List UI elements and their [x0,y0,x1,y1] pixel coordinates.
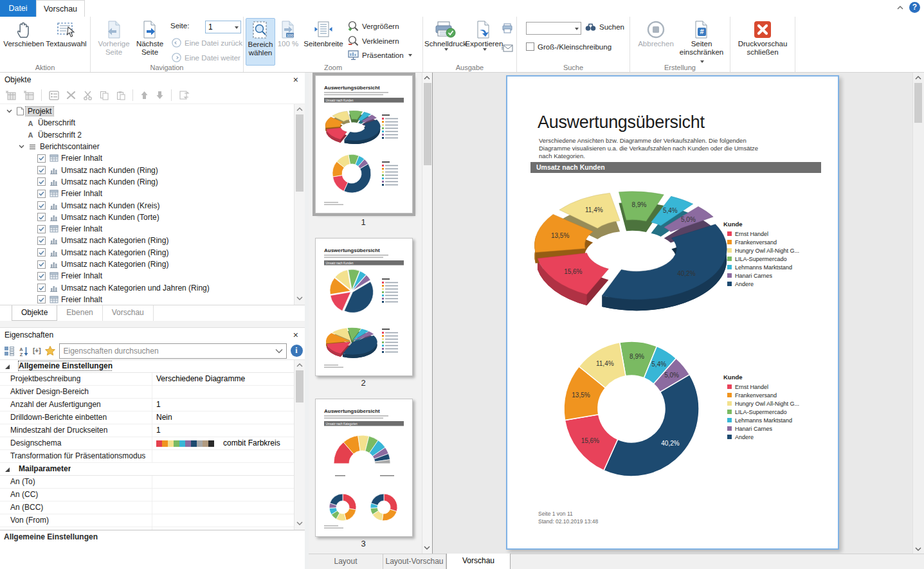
close-icon[interactable]: × [293,328,298,342]
item-checkbox[interactable] [37,260,46,269]
scroll-down-icon[interactable] [424,545,430,552]
props-row[interactable]: Drilldown-Berichte einbettenNein [0,411,294,424]
tree-item[interactable]: Umsatz nach Kunden (Ring) [0,176,294,188]
panel-tab-vorschau[interactable]: Vorschau [103,305,154,321]
tree-item[interactable]: AÜberschrift [0,117,294,129]
item-checkbox[interactable] [37,201,46,210]
verschieben-button[interactable]: Verschieben [4,19,44,48]
tree-item[interactable]: Umsatz nach Kunden (Kreis) [0,199,294,211]
panel-tab-objekte[interactable]: Objekte [12,305,57,321]
item-checkbox[interactable] [37,190,46,198]
case-checkbox-row[interactable]: Groß-/Kleinschreibung [526,42,611,51]
scroll-down-icon[interactable] [296,521,303,527]
scroll-up-icon[interactable] [296,107,303,113]
scroll-down-icon[interactable] [915,546,921,552]
item-checkbox[interactable] [37,295,46,303]
properties-icon[interactable] [49,91,59,100]
item-checkbox[interactable] [37,284,46,292]
objekte-tree-scrollbar[interactable] [294,104,305,305]
props-row[interactable]: Aktiver Design-Bereich [0,386,294,399]
seitenbreite-button[interactable]: Seitenbreite [303,19,344,48]
panel-tab-ebenen[interactable]: Ebenen [57,305,102,321]
scroll-down-icon[interactable] [296,296,303,302]
tab-vorschau[interactable]: Vorschau [36,0,85,17]
tab-layout[interactable]: Layout [309,554,383,569]
props-section-header[interactable]: Allgemeine Einstellungen [0,360,294,373]
textauswahl-button[interactable]: Textauswahl [45,19,87,48]
preview-page[interactable]: Auswertungsübersicht Verschiedene Ansich… [506,75,839,550]
vergroessern-button[interactable]: Vergrößern [348,21,399,32]
item-checkbox[interactable] [37,154,46,163]
chevron-down-icon[interactable] [575,28,579,30]
schnelldruck-button[interactable]: Schnelldruck [426,19,466,51]
tree-item[interactable]: Projekt [0,105,294,117]
convert-icon[interactable] [179,90,190,100]
tree-item[interactable]: Freier Inhalt [0,188,294,199]
collapse-ribbon-icon[interactable] [896,5,904,10]
naechste-seite-button[interactable]: Nächste Seite [133,19,167,57]
exportieren-button[interactable]: Exportieren [466,19,503,51]
move-up-icon[interactable] [140,91,149,100]
props-row[interactable]: Transformation für Präsentationsmodus [0,450,294,463]
suchen-button[interactable]: Suchen [585,23,624,32]
print-icon[interactable] [502,23,513,33]
tree-item[interactable]: Freier Inhalt [0,223,294,235]
tree-item[interactable]: Freier Inhalt [0,294,294,305]
props-row[interactable]: Designschemacombit Farbkreis [0,437,294,450]
scroll-thumb[interactable] [296,370,303,402]
thumbnail-page-1[interactable]: AuswertungsübersichtUmsatz nach Kunden [315,75,413,213]
bereich-waehlen-button[interactable]: Bereich wählen [246,18,275,66]
move-down-icon[interactable] [156,91,164,100]
scroll-up-icon[interactable] [424,75,430,82]
props-row[interactable]: Anzahl der Ausfertigungen1 [0,399,294,411]
props-row[interactable]: Von (From) [0,514,294,527]
praesentation-button[interactable]: Präsentation [348,50,412,60]
tree-item[interactable]: Freier Inhalt [0,152,294,164]
props-row[interactable]: Von (ReplyTo) [0,527,294,530]
cut-icon[interactable] [83,91,93,100]
datei-zurueck-button[interactable]: Eine Datei zurück [172,38,242,48]
info-icon[interactable]: i [291,345,303,357]
tab-datei[interactable]: Datei [0,0,36,17]
verkleinern-button[interactable]: Verkleinern [348,35,399,46]
chevron-down-icon[interactable] [235,26,239,29]
thumbnail-page-3[interactable]: AuswertungsübersichtUmsatz nach Kategori… [315,399,413,537]
case-checkbox[interactable] [526,42,534,51]
chevron-down-icon[interactable] [275,348,283,354]
zoom-100-button[interactable]: 100 100 % [276,19,300,48]
tree-item[interactable]: Umsatz nach Kategorien und Jahren (Ring) [0,282,294,293]
scroll-thumb[interactable] [914,83,922,123]
tree-item[interactable]: AÜberschrift 2 [0,129,294,141]
search-input[interactable] [527,23,581,34]
categorize-icon[interactable] [4,346,15,356]
props-section-header[interactable]: Mailparameter [0,463,294,476]
preview-scrollbar[interactable] [912,73,924,554]
tab-layout-vorschau[interactable]: Layout-Vorschau [383,554,446,569]
props-row[interactable]: An (CC) [0,489,294,501]
seite-combobox[interactable] [205,21,241,33]
abbrechen-button[interactable]: Abbrechen [637,19,675,48]
props-row[interactable]: An (BCC) [0,501,294,514]
props-search-box[interactable] [59,343,287,359]
close-icon[interactable]: × [293,73,298,87]
copy-icon[interactable] [100,91,109,100]
druckvorschau-schliessen-button[interactable]: Druckvorschau schließen [736,19,790,57]
tree-item[interactable]: Umsatz nach Kategorien (Ring) [0,235,294,246]
scroll-up-icon[interactable] [915,75,921,80]
props-row[interactable]: ProjektbeschreibungVerschiedene Diagramm… [0,373,294,386]
tree-item[interactable]: Umsatz nach Kategorien (Ring) [0,247,294,258]
scroll-up-icon[interactable] [296,363,303,369]
expander-icon[interactable] [4,109,15,113]
props-row[interactable]: An (To) [0,476,294,489]
item-checkbox[interactable] [37,177,46,186]
tree-item[interactable]: Umsatz nach Kategorien (Ring) [0,258,294,270]
favorites-star-icon[interactable] [45,346,55,356]
thumbnail-page-2[interactable]: AuswertungsübersichtUmsatz nach Kunden [315,238,413,376]
help-icon[interactable]: ? [909,2,920,13]
tree-item[interactable]: Umsatz nach Kunden (Torte) [0,212,294,223]
props-scrollbar[interactable] [294,360,305,530]
new-chart-icon[interactable] [23,90,34,100]
scroll-thumb[interactable] [424,83,431,165]
item-checkbox[interactable] [37,272,46,280]
item-checkbox[interactable] [37,213,46,221]
